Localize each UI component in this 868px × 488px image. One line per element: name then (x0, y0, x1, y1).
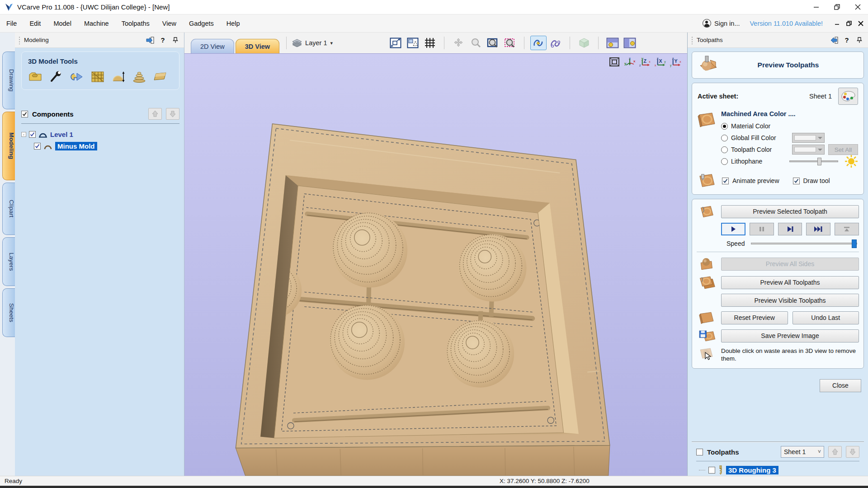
lithophane-radio[interactable] (721, 158, 728, 165)
move-component-up-button[interactable] (148, 108, 162, 120)
view-along-z-button[interactable]: yZzx (639, 56, 651, 67)
draw-toolpaths-solid-button[interactable] (547, 36, 564, 50)
dock-panel-icon[interactable] (145, 36, 155, 45)
tab-sheets[interactable]: Sheets (2, 288, 15, 337)
level1-label[interactable]: Level 1 (50, 131, 73, 138)
preview-all-toolpaths-button[interactable]: Preview All Toolpaths (721, 276, 859, 289)
add-texture-icon[interactable] (90, 70, 104, 83)
toolpaths-visibility-checkbox[interactable] (696, 449, 703, 455)
animate-preview-checkbox[interactable] (722, 178, 729, 184)
tile-windows-vertical-button[interactable] (622, 36, 638, 50)
draw-toolpaths-2d-button[interactable] (530, 36, 547, 50)
sheet-select[interactable]: Sheet 1 ˅ (781, 446, 824, 458)
import-component-icon[interactable] (28, 70, 42, 83)
menu-file[interactable]: File (0, 14, 23, 33)
toolpaths-help-icon[interactable]: ? (842, 36, 852, 45)
sign-in-button[interactable]: Sign in... (703, 19, 740, 28)
toolpath-color-radio[interactable] (721, 146, 728, 153)
tile-windows-horizontal-button[interactable] (604, 36, 621, 50)
help-icon[interactable]: ? (158, 36, 168, 45)
preview-visible-toolpaths-button[interactable]: Preview Visible Toolpaths (721, 294, 859, 307)
toolpath-color-option[interactable]: Toolpath Color Set All (721, 144, 858, 155)
component-minus-mold-row[interactable]: Minus Mold (21, 140, 179, 152)
toolpath-item-checkbox[interactable] (708, 467, 715, 474)
lithophane-slider[interactable] (789, 160, 838, 162)
minimize-button[interactable] (806, 0, 826, 14)
material-color-radio[interactable] (721, 123, 728, 130)
toolpaths-panel-grip[interactable] (691, 36, 693, 44)
view-down-z-axes-button[interactable]: zyx (623, 56, 636, 67)
speed-slider[interactable] (751, 243, 857, 244)
play-button[interactable] (721, 223, 745, 235)
shape-profile-icon[interactable] (132, 70, 146, 83)
lithophane-option[interactable]: Lithophane (721, 155, 858, 167)
material-color-option[interactable]: Material Color (721, 120, 858, 132)
pan-view-button[interactable] (450, 36, 467, 50)
draw-tool-checkbox[interactable] (793, 178, 800, 184)
sheet-color-palette-button[interactable] (838, 88, 858, 105)
toggle-material-block-button[interactable] (576, 36, 592, 50)
move-component-down-button[interactable] (166, 108, 179, 120)
zoom-extents-button[interactable] (387, 36, 404, 50)
view-along-x-button[interactable]: zXxy (654, 56, 666, 67)
close-panel-button[interactable]: Close (820, 379, 861, 392)
close-button[interactable] (847, 0, 868, 14)
zoom-box-button[interactable] (485, 36, 501, 50)
save-preview-image-button[interactable]: Save Preview Image (721, 329, 859, 343)
mdi-minimize-icon[interactable] (835, 21, 840, 26)
components-checkbox[interactable] (21, 111, 28, 117)
step-forward-button[interactable] (778, 223, 802, 235)
3d-preview-scene[interactable] (184, 54, 687, 476)
tab-drawing[interactable]: Drawing (2, 52, 15, 109)
set-all-button[interactable]: Set All (828, 144, 858, 155)
collapse-icon[interactable]: - (21, 132, 26, 137)
3d-viewport[interactable]: zyx yZzx zXxy zYyx (184, 53, 687, 476)
move-toolpath-down-button[interactable] (846, 446, 859, 458)
run-to-end-button[interactable] (835, 223, 859, 235)
global-fill-radio[interactable] (721, 135, 728, 141)
sculpt-tool-icon[interactable] (49, 70, 63, 83)
toolpath-item-row[interactable]: 3D Roughing 3 (696, 464, 859, 476)
zoom-selected-button[interactable] (502, 36, 518, 50)
undo-last-button[interactable]: Undo Last (793, 311, 859, 324)
menu-help[interactable]: Help (220, 14, 246, 33)
view-along-y-button[interactable]: zYyx (670, 56, 682, 67)
minus-mold-checkbox[interactable] (34, 143, 41, 150)
version-available-link[interactable]: Version 11.010 Available! (750, 20, 823, 27)
pause-button[interactable] (750, 223, 774, 235)
panel-grip[interactable] (19, 36, 20, 44)
tab-modeling[interactable]: Modeling (2, 112, 15, 180)
preview-all-sides-button[interactable]: Preview All Sides (721, 258, 859, 271)
pin-icon[interactable] (170, 36, 180, 45)
menu-toolpaths[interactable]: Toolpaths (115, 14, 156, 33)
minus-mold-label[interactable]: Minus Mold (55, 142, 97, 150)
toolpaths-pin-icon[interactable] (854, 36, 864, 45)
preview-selected-toolpath-button[interactable]: Preview Selected Toolpath (721, 205, 859, 218)
fast-forward-button[interactable] (806, 223, 830, 235)
menu-edit[interactable]: Edit (23, 14, 47, 33)
reset-preview-button[interactable]: Reset Preview (721, 311, 788, 324)
menu-view[interactable]: View (156, 14, 183, 33)
level1-checkbox[interactable] (29, 131, 36, 138)
toggle-grid-button[interactable] (422, 36, 438, 50)
zoom-drawing-button[interactable] (405, 36, 421, 50)
zoom-tool-button[interactable] (467, 36, 484, 50)
toolpath-color-dropdown[interactable] (792, 145, 825, 155)
tab-2d-view[interactable]: 2D View (191, 39, 234, 53)
undock-panel-icon[interactable] (829, 36, 839, 45)
mdi-restore-icon[interactable] (846, 21, 852, 26)
scale-z-height-icon[interactable] (111, 70, 125, 83)
layer-selector[interactable]: Layer 1 ▾ (292, 39, 333, 47)
smooth-plane-icon[interactable] (153, 70, 167, 83)
global-fill-color-option[interactable]: Global Fill Color (721, 132, 858, 144)
restore-button[interactable] (826, 0, 847, 14)
global-fill-color-dropdown[interactable] (792, 133, 825, 143)
mdi-close-icon[interactable] (858, 21, 863, 26)
tab-3d-view[interactable]: 3D View (236, 39, 279, 53)
menu-gadgets[interactable]: Gadgets (183, 14, 220, 33)
tab-clipart[interactable]: Clipart (2, 183, 15, 235)
menu-machine[interactable]: Machine (78, 14, 115, 33)
component-level1-row[interactable]: - Level 1 (21, 128, 179, 140)
toolpath-item-label[interactable]: 3D Roughing 3 (726, 466, 778, 474)
move-toolpath-up-button[interactable] (828, 446, 842, 458)
